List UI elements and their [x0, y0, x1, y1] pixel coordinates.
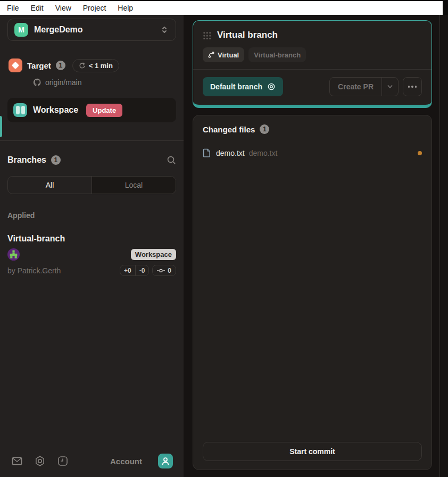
chevron-down-icon — [386, 83, 394, 90]
lines-removed: -0 — [135, 265, 149, 275]
app-window: M MergeDemo Target 1 < 1 — [0, 15, 448, 477]
tab-all[interactable]: All — [8, 177, 92, 194]
branch-list-item[interactable]: Virtual-branch Workspa — [7, 234, 176, 276]
create-pr-button[interactable]: Create PR — [330, 78, 381, 96]
virtual-tag: Virtual — [203, 47, 244, 62]
default-branch-label: Default branch — [210, 82, 262, 91]
history-button[interactable] — [56, 455, 69, 467]
create-pr-dropdown-button[interactable] — [381, 78, 398, 96]
default-branch-button[interactable]: Default branch — [203, 77, 283, 96]
branches-count-badge: 1 — [51, 155, 61, 165]
search-icon — [167, 155, 176, 165]
changed-files-card: Changed files 1 demo.txt demo.txt Start … — [193, 115, 432, 470]
menu-bar: File Edit View Project Help — [0, 1, 443, 15]
virtual-tag-label: Virtual — [218, 51, 239, 59]
account-label: Account — [110, 457, 142, 466]
create-pr-split-button: Create PR — [329, 77, 399, 96]
branch-name: Virtual-branch — [7, 234, 176, 244]
target-freshness: < 1 min — [89, 62, 113, 70]
sidebar-divider — [0, 140, 184, 141]
project-avatar: M — [14, 23, 28, 37]
window-edge-line — [439, 15, 440, 477]
drag-handle-icon[interactable] — [203, 31, 211, 39]
diamond-icon — [12, 62, 19, 69]
project-selector[interactable]: M MergeDemo — [7, 19, 176, 41]
author-identicon — [7, 248, 20, 261]
remote-branch-row: origin/main — [7, 78, 176, 87]
virtual-branch-card: Virtual branch Virtual Virtual-branch — [193, 20, 432, 108]
clock-icon — [56, 455, 69, 467]
active-nav-indicator — [0, 116, 2, 137]
target-section: Target 1 < 1 min — [7, 58, 176, 72]
lines-changed-badge: +0 -0 — [120, 265, 149, 276]
branches-title: Branches — [7, 155, 46, 165]
target-count-badge: 1 — [56, 61, 65, 70]
menu-project[interactable]: Project — [77, 1, 112, 15]
branch-icon — [208, 52, 214, 58]
gear-icon — [34, 455, 46, 467]
update-button[interactable]: Update — [86, 104, 122, 117]
branch-search-button[interactable] — [167, 155, 176, 165]
menu-view[interactable]: View — [49, 1, 77, 15]
menu-file[interactable]: File — [1, 1, 25, 15]
applied-section-label: Applied — [7, 211, 176, 220]
target-refresh-button[interactable]: < 1 min — [72, 59, 119, 72]
start-commit-button[interactable]: Start commit — [203, 442, 422, 461]
feedback-button[interactable] — [11, 455, 23, 467]
modified-status-dot — [418, 151, 422, 155]
menu-edit[interactable]: Edit — [25, 1, 49, 15]
sidebar: M MergeDemo Target 1 < 1 — [0, 15, 184, 477]
workspace-nav-item[interactable]: Workspace Update — [7, 98, 176, 122]
workspace-label: Workspace — [33, 105, 78, 115]
branch-filter-tabs: All Local — [7, 176, 176, 194]
target-icon — [9, 58, 22, 72]
github-icon — [33, 78, 42, 87]
branch-name-tag-label: Virtual-branch — [254, 51, 301, 59]
branch-name-tag: Virtual-branch — [248, 47, 306, 62]
more-options-button[interactable] — [403, 77, 422, 96]
target-bullseye-icon — [267, 82, 276, 91]
lines-added: +0 — [120, 265, 135, 275]
account-button[interactable] — [158, 454, 173, 468]
main-panel: Virtual branch Virtual Virtual-branch — [184, 15, 448, 477]
titlebar: File Edit View Project Help — [0, 0, 448, 15]
file-path: demo.txt — [249, 149, 278, 157]
settings-button[interactable] — [34, 455, 46, 467]
menu-help[interactable]: Help — [112, 1, 139, 15]
changed-files-title: Changed files — [203, 125, 255, 134]
mail-icon — [11, 455, 23, 467]
branches-header: Branches 1 — [7, 155, 176, 165]
project-unfold-icon — [160, 25, 169, 35]
commit-count-badge: 0 — [152, 265, 176, 276]
commit-count: 0 — [168, 267, 171, 274]
file-row[interactable]: demo.txt demo.txt — [193, 145, 432, 161]
workspace-icon — [13, 103, 27, 117]
file-name: demo.txt — [216, 149, 245, 157]
branch-workspace-badge: Workspace — [131, 249, 176, 260]
user-icon — [158, 454, 173, 468]
refresh-icon — [79, 62, 86, 69]
tab-local[interactable]: Local — [92, 177, 176, 194]
target-label: Target — [27, 61, 51, 70]
virtual-branch-title: Virtual branch — [217, 30, 278, 40]
file-icon — [203, 148, 211, 157]
remote-branch-name: origin/main — [45, 78, 81, 87]
commit-icon — [157, 268, 165, 273]
branch-author: by Patrick.Gerth — [7, 266, 61, 275]
sidebar-footer: Account — [0, 445, 184, 477]
changed-files-count-badge: 1 — [260, 124, 269, 134]
project-name: MergeDemo — [34, 25, 154, 35]
